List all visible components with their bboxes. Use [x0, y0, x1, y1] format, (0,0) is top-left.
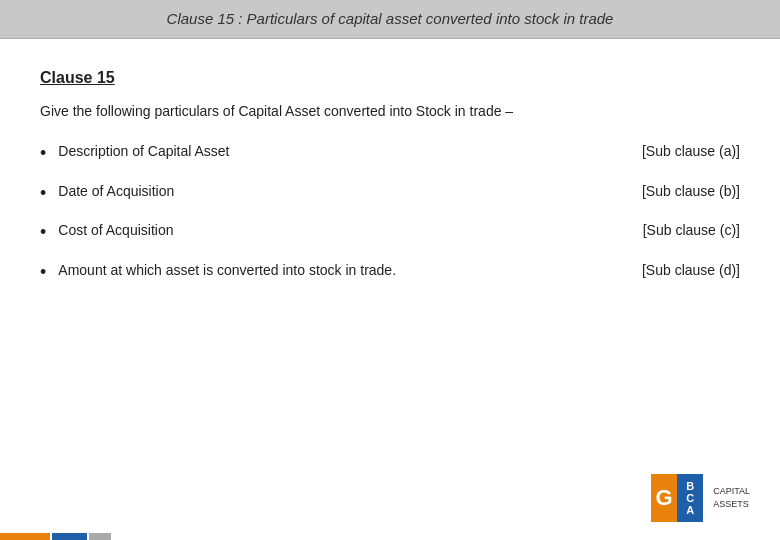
logo-area: G B C A CAPITAL ASSETS	[651, 474, 750, 522]
bar-blue	[52, 533, 87, 540]
logo-square: G B C A	[651, 474, 703, 522]
bullet-dot: •	[40, 222, 46, 244]
bullet-text: Date of Acquisition	[58, 183, 602, 199]
bullet-row: Cost of Acquisition[Sub clause (c)]	[58, 222, 740, 238]
bullet-text: Cost of Acquisition	[58, 222, 602, 238]
bar-gray	[89, 533, 111, 540]
bullet-row: Date of Acquisition[Sub clause (b)]	[58, 183, 740, 199]
bullet-item: •Amount at which asset is converted into…	[40, 262, 740, 284]
clause-title: Clause 15	[40, 69, 740, 87]
bullet-list: •Description of Capital Asset[Sub clause…	[40, 143, 740, 283]
sub-clause-label: [Sub clause (c)]	[603, 222, 740, 238]
sub-clause-label: [Sub clause (b)]	[602, 183, 740, 199]
bullet-row: Amount at which asset is converted into …	[58, 262, 740, 278]
content-area: Clause 15 Give the following particulars…	[0, 39, 780, 540]
logo-line2: ASSETS	[713, 498, 750, 511]
sub-clause-label: [Sub clause (a)]	[602, 143, 740, 159]
page-container: Clause 15 : Particulars of capital asset…	[0, 0, 780, 540]
header-title: Clause 15 : Particulars of capital asset…	[167, 10, 614, 27]
logo-line1: CAPITAL	[713, 485, 750, 498]
bar-orange	[0, 533, 50, 540]
sub-clause-label: [Sub clause (d)]	[602, 262, 740, 278]
intro-text: Give the following particulars of Capita…	[40, 103, 740, 119]
bullet-dot: •	[40, 262, 46, 284]
logo-bca-letters: B C A	[677, 474, 703, 522]
logo-g-letter: G	[651, 474, 677, 522]
header-bar: Clause 15 : Particulars of capital asset…	[0, 0, 780, 39]
bullet-row: Description of Capital Asset[Sub clause …	[58, 143, 740, 159]
bullet-item: •Description of Capital Asset[Sub clause…	[40, 143, 740, 165]
bullet-item: •Date of Acquisition[Sub clause (b)]	[40, 183, 740, 205]
bullet-text: Description of Capital Asset	[58, 143, 602, 159]
bottom-bars	[0, 533, 111, 540]
bullet-item: •Cost of Acquisition[Sub clause (c)]	[40, 222, 740, 244]
bullet-dot: •	[40, 183, 46, 205]
bullet-dot: •	[40, 143, 46, 165]
bullet-text: Amount at which asset is converted into …	[58, 262, 602, 278]
logo-tagline: CAPITAL ASSETS	[713, 485, 750, 510]
